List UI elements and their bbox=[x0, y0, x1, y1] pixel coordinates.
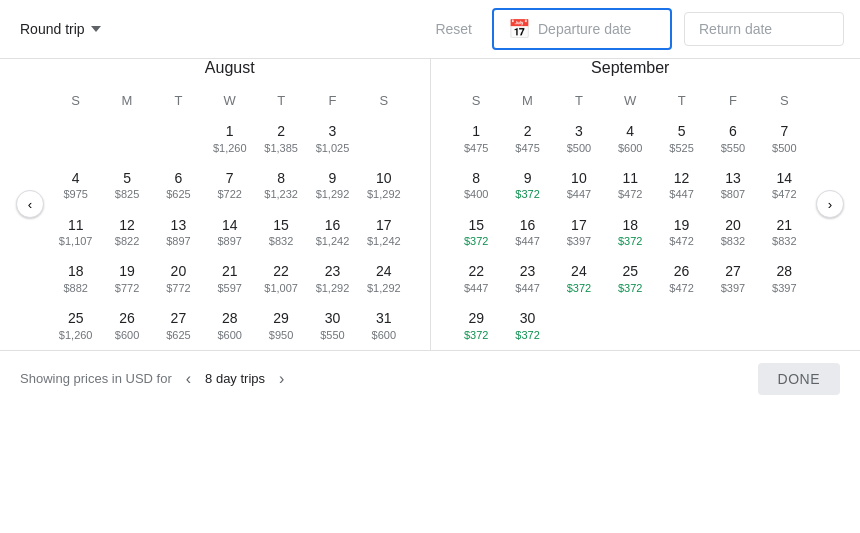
day-price: $1,292 bbox=[316, 188, 350, 201]
day-number: 19 bbox=[119, 262, 135, 282]
day-cell[interactable]: 7$722 bbox=[204, 163, 255, 208]
departure-date-button[interactable]: 📅 Departure date bbox=[492, 8, 672, 50]
day-number: 29 bbox=[273, 309, 289, 329]
day-cell[interactable]: 5$525 bbox=[656, 116, 707, 161]
day-cell[interactable]: 22$447 bbox=[451, 256, 502, 301]
day-cell[interactable]: 28$600 bbox=[204, 303, 255, 348]
september-title: September bbox=[451, 59, 811, 77]
day-cell[interactable]: 16$447 bbox=[502, 210, 553, 255]
day-cell[interactable]: 17$397 bbox=[553, 210, 604, 255]
day-cell[interactable]: 26$600 bbox=[101, 303, 152, 348]
day-cell[interactable]: 30$372 bbox=[502, 303, 553, 348]
day-cell[interactable]: 22$1,007 bbox=[255, 256, 306, 301]
day-cell[interactable]: 23$1,292 bbox=[307, 256, 358, 301]
day-cell[interactable]: 10$1,292 bbox=[358, 163, 409, 208]
day-cell[interactable]: 24$1,292 bbox=[358, 256, 409, 301]
day-number: 10 bbox=[376, 169, 392, 189]
day-number: 20 bbox=[725, 216, 741, 236]
day-number: 22 bbox=[468, 262, 484, 282]
day-cell[interactable]: 28$397 bbox=[759, 256, 810, 301]
day-number: 20 bbox=[171, 262, 187, 282]
day-price: $722 bbox=[218, 188, 242, 201]
day-price: $472 bbox=[669, 282, 693, 295]
day-cell[interactable]: 24$372 bbox=[553, 256, 604, 301]
day-cell[interactable]: 21$832 bbox=[759, 210, 810, 255]
prev-month-button[interactable]: ‹ bbox=[16, 190, 44, 218]
day-cell[interactable]: 7$500 bbox=[759, 116, 810, 161]
day-cell[interactable]: 6$550 bbox=[707, 116, 758, 161]
day-number: 23 bbox=[325, 262, 341, 282]
day-cell[interactable]: 2$475 bbox=[502, 116, 553, 161]
day-cell[interactable]: 4$600 bbox=[605, 116, 656, 161]
week-row: 29$37230$372 bbox=[451, 303, 811, 348]
day-number: 26 bbox=[119, 309, 135, 329]
day-cell[interactable]: 19$472 bbox=[656, 210, 707, 255]
day-cell[interactable]: 13$897 bbox=[153, 210, 204, 255]
day-cell[interactable]: 3$1,025 bbox=[307, 116, 358, 161]
day-cell[interactable]: 12$447 bbox=[656, 163, 707, 208]
day-cell[interactable]: 14$472 bbox=[759, 163, 810, 208]
day-cell[interactable]: 20$772 bbox=[153, 256, 204, 301]
day-cell[interactable]: 11$1,107 bbox=[50, 210, 101, 255]
day-cell[interactable]: 2$1,385 bbox=[255, 116, 306, 161]
day-cell[interactable]: 4$975 bbox=[50, 163, 101, 208]
day-cell[interactable]: 27$625 bbox=[153, 303, 204, 348]
day-cell[interactable]: 9$372 bbox=[502, 163, 553, 208]
september-calendar: September SMTWTFS 1$4752$4753$5004$6005$… bbox=[431, 59, 831, 350]
day-number: 3 bbox=[329, 122, 337, 142]
day-cell[interactable]: 19$772 bbox=[101, 256, 152, 301]
day-number: 5 bbox=[123, 169, 131, 189]
day-cell[interactable]: 13$807 bbox=[707, 163, 758, 208]
day-cell[interactable]: 20$832 bbox=[707, 210, 758, 255]
day-cell[interactable]: 27$397 bbox=[707, 256, 758, 301]
day-cell[interactable]: 11$472 bbox=[605, 163, 656, 208]
day-price: $1,232 bbox=[264, 188, 298, 201]
day-number: 17 bbox=[376, 216, 392, 236]
day-cell[interactable]: 14$897 bbox=[204, 210, 255, 255]
day-cell[interactable]: 3$500 bbox=[553, 116, 604, 161]
prev-duration-button[interactable]: ‹ bbox=[180, 368, 197, 390]
day-cell[interactable]: 9$1,292 bbox=[307, 163, 358, 208]
day-cell[interactable]: 30$550 bbox=[307, 303, 358, 348]
day-cell[interactable]: 29$372 bbox=[451, 303, 502, 348]
return-date-button[interactable]: Return date bbox=[684, 12, 844, 46]
day-cell[interactable]: 15$832 bbox=[255, 210, 306, 255]
day-cell[interactable]: 18$372 bbox=[605, 210, 656, 255]
day-cell[interactable]: 1$475 bbox=[451, 116, 502, 161]
day-cell[interactable]: 6$625 bbox=[153, 163, 204, 208]
day-cell[interactable]: 25$1,260 bbox=[50, 303, 101, 348]
next-month-button[interactable]: › bbox=[816, 190, 844, 218]
day-cell[interactable]: 31$600 bbox=[358, 303, 409, 348]
next-duration-button[interactable]: › bbox=[273, 368, 290, 390]
reset-button[interactable]: Reset bbox=[427, 13, 480, 45]
day-cell[interactable]: 25$372 bbox=[605, 256, 656, 301]
day-cell[interactable]: 1$1,260 bbox=[204, 116, 255, 161]
day-cell bbox=[759, 303, 810, 348]
day-cell[interactable]: 18$882 bbox=[50, 256, 101, 301]
day-cell[interactable]: 17$1,242 bbox=[358, 210, 409, 255]
day-cell[interactable]: 26$472 bbox=[656, 256, 707, 301]
day-cell[interactable]: 12$822 bbox=[101, 210, 152, 255]
day-price: $397 bbox=[721, 282, 745, 295]
day-cell[interactable]: 16$1,242 bbox=[307, 210, 358, 255]
day-number: 31 bbox=[376, 309, 392, 329]
day-cell[interactable]: 8$1,232 bbox=[255, 163, 306, 208]
day-cell[interactable]: 29$950 bbox=[255, 303, 306, 348]
august-title: August bbox=[50, 59, 410, 77]
day-price: $897 bbox=[218, 235, 242, 248]
day-number: 7 bbox=[226, 169, 234, 189]
day-cell[interactable]: 5$825 bbox=[101, 163, 152, 208]
day-cell[interactable]: 15$372 bbox=[451, 210, 502, 255]
day-cell[interactable]: 23$447 bbox=[502, 256, 553, 301]
day-cell[interactable]: 10$447 bbox=[553, 163, 604, 208]
day-number: 9 bbox=[524, 169, 532, 189]
day-number: 29 bbox=[468, 309, 484, 329]
return-date-label: Return date bbox=[699, 21, 772, 37]
done-button[interactable]: DONE bbox=[758, 363, 840, 395]
day-number: 2 bbox=[524, 122, 532, 142]
day-price: $447 bbox=[464, 282, 488, 295]
day-cell[interactable]: 8$400 bbox=[451, 163, 502, 208]
day-cell[interactable]: 21$597 bbox=[204, 256, 255, 301]
day-price: $372 bbox=[464, 329, 488, 342]
round-trip-button[interactable]: Round trip bbox=[16, 13, 105, 45]
